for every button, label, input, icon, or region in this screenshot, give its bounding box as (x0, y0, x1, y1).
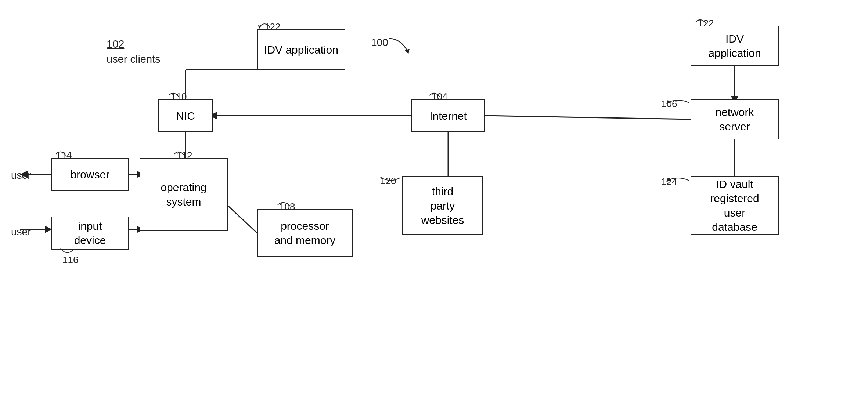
svg-line-5 (228, 206, 257, 233)
ref-104-bracket (428, 89, 443, 99)
ref-122-right-bracket (694, 15, 713, 26)
nic-box: NIC (158, 99, 213, 132)
ref-116-bracket (59, 247, 77, 258)
network-server-label: networkserver (715, 105, 754, 134)
idv-app-center-label: IDV application (264, 43, 338, 57)
user-browser-label: user (11, 170, 31, 181)
svg-marker-19 (405, 49, 410, 54)
diagram: 102 user clients 100 IDV application 122… (0, 0, 868, 407)
id-vault-box: ID vaultregistereduserdatabase (691, 176, 779, 235)
browser-label: browser (71, 167, 110, 182)
ref-106-bracket (660, 96, 692, 107)
svg-marker-13 (45, 226, 52, 233)
os-label: operatingsystem (161, 180, 206, 209)
proc-mem-box: processorand memory (257, 209, 353, 257)
ref-100-arrow (386, 35, 415, 57)
user-input-label: user (11, 226, 31, 238)
svg-marker-21 (666, 100, 670, 104)
idv-app-center-box: IDV application (257, 29, 345, 70)
browser-box: browser (51, 158, 129, 191)
user-clients-label: 102 user clients (107, 37, 161, 66)
ref-108-bracket (275, 198, 293, 209)
user-clients-text: user clients (107, 53, 161, 65)
ref-122-center-bracket (257, 18, 275, 29)
ref-102: 102 (107, 38, 124, 50)
internet-box: Internet (411, 99, 485, 132)
os-box: operatingsystem (140, 158, 228, 231)
id-vault-label: ID vaultregistereduserdatabase (710, 177, 759, 234)
svg-line-15 (485, 116, 691, 119)
third-party-box: thirdpartywebsites (402, 176, 483, 235)
ref-124-bracket (660, 174, 692, 185)
ref-112-bracket (173, 148, 187, 158)
network-server-box: networkserver (691, 99, 779, 139)
input-device-label: inputdevice (74, 219, 106, 247)
ref-120-bracket (378, 173, 404, 184)
idv-app-right-box: IDVapplication (691, 26, 779, 66)
svg-marker-22 (666, 178, 670, 182)
third-party-label: thirdpartywebsites (421, 184, 464, 227)
ref-114-bracket (54, 148, 69, 158)
input-device-box: inputdevice (51, 217, 129, 250)
proc-mem-label: processorand memory (274, 219, 336, 247)
internet-label: Internet (429, 109, 467, 123)
ref-110-bracket (167, 89, 182, 99)
nic-label: NIC (176, 109, 195, 123)
idv-app-right-label: IDVapplication (708, 32, 761, 60)
